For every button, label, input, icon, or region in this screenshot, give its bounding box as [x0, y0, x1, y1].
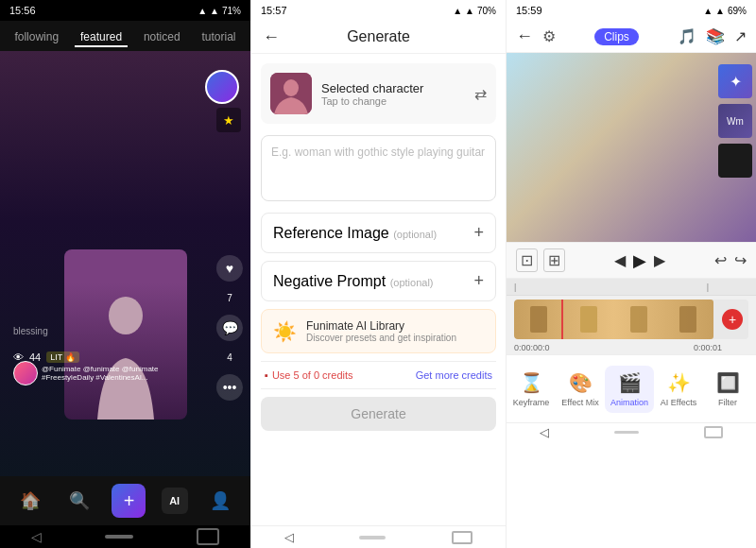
clips-home-nav[interactable]	[614, 431, 639, 434]
add-negative-icon[interactable]: +	[473, 271, 484, 291]
ai-library-icon: ☀️	[273, 320, 297, 343]
credits-text-label: Use 5 of 0 credits	[272, 369, 353, 381]
ai-effects-label: AI Effects	[661, 398, 696, 407]
tab-tutorial[interactable]: tutorial	[197, 28, 242, 47]
effect-thumb-3[interactable]	[718, 144, 752, 178]
credits-usage: ▪ Use 5 of 0 credits	[265, 369, 353, 381]
gen-home-nav[interactable]	[359, 536, 386, 539]
animation-icon: 🎬	[618, 371, 642, 394]
effect-label-2: Wm	[727, 116, 744, 127]
character-sublabel: Tap to change	[321, 95, 465, 107]
ai-library-banner[interactable]: ☀️ Funimate AI Library Discover presets …	[261, 309, 496, 353]
effect-thumb-1[interactable]: ✦	[718, 64, 752, 98]
clips-back-button[interactable]: ←	[516, 26, 533, 46]
home-icon[interactable]: 🏠	[13, 484, 47, 518]
playhead	[561, 300, 563, 339]
clips-square-nav[interactable]	[704, 426, 723, 438]
ruler-end: |	[707, 283, 709, 292]
clips-back-nav[interactable]: ◁	[540, 425, 549, 439]
timeline-track[interactable]: +	[514, 300, 748, 339]
playback-center: ◀ ▶ ▶	[614, 250, 665, 271]
keyframe-tool[interactable]: ⌛ Keyframe	[507, 366, 556, 413]
ai-library-subtitle: Discover presets and get inspiration	[306, 333, 456, 343]
next-frame-button[interactable]: ▶	[654, 251, 665, 269]
ref-optional-text: (optional)	[393, 229, 437, 240]
negative-prompt-label: Negative Prompt (optional)	[273, 273, 433, 290]
square-nav-icon[interactable]	[197, 528, 219, 545]
gen-square-nav[interactable]	[452, 531, 472, 544]
effect-thumb-2[interactable]: Wm	[718, 104, 752, 138]
clips-statusbar: 15:59 ▲ ▲ 69%	[507, 0, 756, 21]
crop-icon[interactable]: ⊡	[516, 248, 538, 272]
timeline: | | + 0:00:00:0 0:00:01	[507, 279, 756, 354]
effect-icon-1: ✦	[730, 73, 742, 91]
ref-label-text: Reference Image	[273, 225, 389, 241]
person-silhouette	[64, 249, 187, 420]
gen-back-nav[interactable]: ◁	[284, 530, 294, 544]
gen-back-button[interactable]: ←	[263, 27, 280, 47]
video-preview: SALLY ROONEY NORMAL PEOPLE ✦ Wm	[507, 53, 756, 242]
add-reference-icon[interactable]: +	[473, 223, 484, 243]
clips-tab[interactable]: Clips	[594, 28, 639, 45]
effect-mix-tool[interactable]: 🎨 Effect Mix	[556, 366, 605, 413]
playbar-left: ⊡ ⊞	[516, 248, 565, 272]
comment-icon[interactable]: 💬	[216, 315, 243, 341]
music-icon[interactable]: 🎵	[678, 27, 696, 45]
username-text: @Funimate @funimate @funimate	[42, 365, 159, 373]
ai-library-title: Funimate AI Library	[306, 319, 456, 333]
clips-tabs: Clips	[594, 28, 639, 45]
filter-icon: 🔲	[716, 371, 740, 394]
credits-square-icon: ▪	[265, 369, 268, 381]
undo-button[interactable]: ↩	[714, 251, 727, 269]
side-actions: ♥ 7 💬 4 •••	[216, 255, 243, 401]
clips-settings-icon[interactable]: ⚙	[542, 27, 556, 45]
gen-header: ← Generate	[251, 21, 506, 54]
layers-icon[interactable]: 📚	[706, 27, 725, 45]
filter-tool[interactable]: 🔲 Filter	[703, 366, 752, 413]
star-icon[interactable]: ★	[216, 108, 241, 132]
neg-optional-text: (optional)	[390, 277, 434, 288]
search-icon[interactable]: 🔍	[62, 484, 96, 518]
feed-panel: 15:56 ▲ ▲ 71% following featured noticed…	[0, 0, 250, 548]
get-more-credits-link[interactable]: Get more credits	[416, 369, 492, 381]
gen-title: Generate	[347, 28, 410, 45]
more-icon[interactable]: •••	[216, 374, 243, 401]
negative-prompt-row[interactable]: Negative Prompt (optional) +	[261, 261, 496, 301]
keyframe-label: Keyframe	[513, 398, 550, 407]
playbar-right: ↩ ↪	[714, 251, 747, 269]
tab-featured[interactable]: featured	[75, 28, 128, 47]
clips-nav-bar: ◁	[507, 422, 756, 441]
trim-icon[interactable]: ⊞	[543, 248, 565, 272]
ai-effects-tool[interactable]: ✨ AI Effects	[654, 366, 703, 413]
filter-label: Filter	[718, 398, 737, 407]
gen-statusbar: 15:57 ▲ ▲ 70%	[251, 0, 506, 21]
swap-icon[interactable]: ⇄	[474, 85, 487, 103]
feed-video-content: ★ ♥ 7 💬 4 ••• b	[0, 51, 250, 476]
heart-icon[interactable]: ♥	[216, 255, 243, 282]
export-icon[interactable]: ↗	[734, 27, 747, 45]
ai-label[interactable]: AI	[162, 488, 188, 514]
feed-person-thumbnail	[64, 249, 187, 420]
animation-tool[interactable]: 🎬 Animation	[605, 366, 654, 413]
tab-following[interactable]: following	[9, 28, 64, 47]
timeline-start-time: 0:00:00:0	[514, 343, 550, 352]
back-nav-icon[interactable]: ◁	[31, 529, 42, 544]
feed-nav-bar: ◁	[0, 525, 250, 548]
avatar[interactable]	[205, 70, 239, 104]
prompt-input-box[interactable]: E.g. woman with gothic style playing gui…	[261, 135, 496, 201]
add-button[interactable]: +	[112, 484, 146, 518]
prompt-placeholder: E.g. woman with gothic style playing gui…	[271, 146, 486, 159]
add-clip-button[interactable]: +	[722, 309, 743, 330]
profile-icon[interactable]: 👤	[203, 484, 237, 518]
reference-image-row[interactable]: Reference Image (optional) +	[261, 213, 496, 253]
generate-button[interactable]: Generate	[261, 397, 496, 431]
selected-character-row[interactable]: Selected character Tap to change ⇄	[261, 63, 496, 124]
play-button[interactable]: ▶	[633, 250, 646, 271]
timeline-clip	[514, 300, 713, 339]
home-nav-dot[interactable]	[105, 535, 133, 539]
redo-button[interactable]: ↪	[734, 251, 747, 269]
tab-noticed[interactable]: noticed	[138, 28, 186, 47]
prev-frame-button[interactable]: ◀	[614, 251, 626, 269]
feed-tabs: following featured noticed tutorial	[0, 21, 250, 51]
clip-thumb-3	[630, 306, 647, 333]
